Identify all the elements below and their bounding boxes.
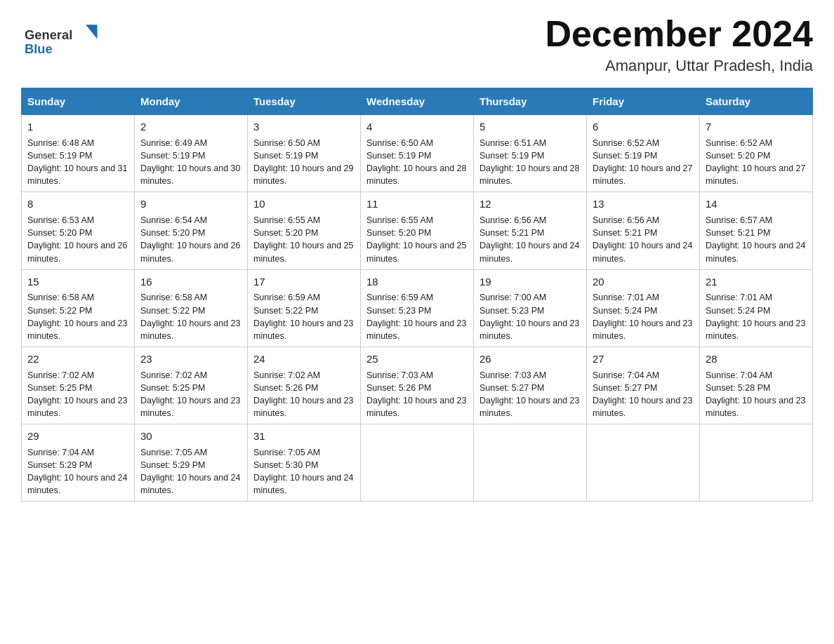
calendar-cell: 14Sunrise: 6:57 AMSunset: 5:21 PMDayligh… [700, 192, 813, 269]
day-number: 4 [366, 119, 468, 135]
day-info: Sunrise: 6:56 AMSunset: 5:21 PMDaylight:… [479, 215, 579, 263]
day-info: Sunrise: 7:01 AMSunset: 5:24 PMDaylight:… [593, 293, 692, 340]
calendar-cell: 26Sunrise: 7:03 AMSunset: 5:27 PMDayligh… [474, 347, 587, 424]
svg-text:Blue: Blue [25, 41, 53, 56]
day-number: 10 [253, 196, 355, 212]
calendar-cell: 4Sunrise: 6:50 AMSunset: 5:19 PMDaylight… [361, 115, 474, 192]
day-number: 13 [593, 196, 694, 212]
calendar-cell: 7Sunrise: 6:52 AMSunset: 5:20 PMDaylight… [700, 115, 813, 192]
week-row-4: 22Sunrise: 7:02 AMSunset: 5:25 PMDayligh… [22, 347, 813, 424]
calendar-cell: 10Sunrise: 6:55 AMSunset: 5:20 PMDayligh… [248, 192, 361, 269]
day-number: 6 [593, 119, 694, 135]
day-info: Sunrise: 7:04 AMSunset: 5:27 PMDaylight:… [593, 370, 692, 418]
header-cell-tuesday: Tuesday [248, 88, 361, 115]
calendar-cell: 11Sunrise: 6:55 AMSunset: 5:20 PMDayligh… [361, 192, 474, 269]
day-info: Sunrise: 6:53 AMSunset: 5:20 PMDaylight:… [27, 215, 127, 263]
day-number: 18 [366, 274, 468, 290]
week-row-5: 29Sunrise: 7:04 AMSunset: 5:29 PMDayligh… [22, 424, 813, 502]
calendar-cell: 8Sunrise: 6:53 AMSunset: 5:20 PMDaylight… [22, 192, 135, 269]
day-info: Sunrise: 7:04 AMSunset: 5:29 PMDaylight:… [27, 448, 127, 495]
day-info: Sunrise: 6:52 AMSunset: 5:19 PMDaylight:… [593, 138, 692, 186]
day-info: Sunrise: 7:03 AMSunset: 5:26 PMDaylight:… [366, 370, 466, 418]
day-info: Sunrise: 6:55 AMSunset: 5:20 PMDaylight:… [366, 215, 466, 263]
day-info: Sunrise: 7:01 AMSunset: 5:24 PMDaylight:… [706, 293, 805, 340]
day-info: Sunrise: 7:04 AMSunset: 5:28 PMDaylight:… [706, 370, 805, 418]
day-number: 20 [593, 274, 694, 290]
calendar-cell: 21Sunrise: 7:01 AMSunset: 5:24 PMDayligh… [700, 269, 813, 347]
day-info: Sunrise: 7:00 AMSunset: 5:23 PMDaylight:… [479, 293, 579, 340]
calendar-cell: 31Sunrise: 7:05 AMSunset: 5:30 PMDayligh… [248, 424, 361, 502]
header-cell-monday: Monday [135, 88, 248, 115]
day-number: 27 [593, 351, 694, 367]
calendar-cell [587, 424, 700, 502]
title-area: December 2024 Amanpur, Uttar Pradesh, In… [545, 14, 813, 75]
calendar-cell: 13Sunrise: 6:56 AMSunset: 5:21 PMDayligh… [587, 192, 700, 269]
calendar-cell: 30Sunrise: 7:05 AMSunset: 5:29 PMDayligh… [135, 424, 248, 502]
calendar-cell: 5Sunrise: 6:51 AMSunset: 5:19 PMDaylight… [474, 115, 587, 192]
calendar-cell: 19Sunrise: 7:00 AMSunset: 5:23 PMDayligh… [474, 269, 587, 347]
day-number: 1 [27, 119, 128, 135]
calendar-cell: 6Sunrise: 6:52 AMSunset: 5:19 PMDaylight… [587, 115, 700, 192]
day-info: Sunrise: 6:58 AMSunset: 5:22 PMDaylight:… [27, 293, 127, 340]
header: General Blue December 2024 Amanpur, Utta… [21, 14, 813, 75]
calendar-cell [700, 424, 813, 502]
svg-marker-1 [86, 25, 98, 39]
calendar-cell: 2Sunrise: 6:49 AMSunset: 5:19 PMDaylight… [135, 115, 248, 192]
day-info: Sunrise: 6:48 AMSunset: 5:19 PMDaylight:… [27, 138, 127, 186]
day-info: Sunrise: 7:05 AMSunset: 5:30 PMDaylight:… [253, 448, 353, 495]
day-info: Sunrise: 7:02 AMSunset: 5:26 PMDaylight:… [253, 370, 353, 418]
day-info: Sunrise: 6:52 AMSunset: 5:20 PMDaylight:… [706, 138, 805, 186]
week-row-2: 8Sunrise: 6:53 AMSunset: 5:20 PMDaylight… [22, 192, 813, 269]
day-number: 29 [27, 429, 128, 444]
day-number: 5 [479, 119, 581, 135]
header-cell-wednesday: Wednesday [361, 88, 474, 115]
day-info: Sunrise: 7:02 AMSunset: 5:25 PMDaylight:… [27, 370, 127, 418]
day-number: 28 [706, 351, 807, 367]
calendar-cell: 9Sunrise: 6:54 AMSunset: 5:20 PMDaylight… [135, 192, 248, 269]
calendar-cell: 25Sunrise: 7:03 AMSunset: 5:26 PMDayligh… [361, 347, 474, 424]
logo: General Blue [21, 20, 105, 58]
header-cell-thursday: Thursday [474, 88, 587, 115]
logo-svg: General Blue [21, 20, 105, 58]
day-info: Sunrise: 6:49 AMSunset: 5:19 PMDaylight:… [140, 138, 240, 186]
day-number: 19 [479, 274, 581, 290]
calendar-cell [361, 424, 474, 502]
calendar-cell: 24Sunrise: 7:02 AMSunset: 5:26 PMDayligh… [248, 347, 361, 424]
day-number: 16 [140, 274, 241, 290]
calendar-cell [474, 424, 587, 502]
day-number: 17 [253, 274, 355, 290]
day-number: 23 [140, 351, 241, 367]
day-number: 2 [140, 119, 241, 135]
day-number: 22 [27, 351, 128, 367]
day-info: Sunrise: 6:54 AMSunset: 5:20 PMDaylight:… [140, 215, 240, 263]
header-cell-sunday: Sunday [22, 88, 135, 115]
calendar-cell: 29Sunrise: 7:04 AMSunset: 5:29 PMDayligh… [22, 424, 135, 502]
day-info: Sunrise: 7:02 AMSunset: 5:25 PMDaylight:… [140, 370, 240, 418]
calendar-cell: 15Sunrise: 6:58 AMSunset: 5:22 PMDayligh… [22, 269, 135, 347]
calendar-cell: 1Sunrise: 6:48 AMSunset: 5:19 PMDaylight… [22, 115, 135, 192]
day-info: Sunrise: 6:57 AMSunset: 5:21 PMDaylight:… [706, 215, 805, 263]
day-number: 24 [253, 351, 355, 367]
calendar-cell: 3Sunrise: 6:50 AMSunset: 5:19 PMDaylight… [248, 115, 361, 192]
month-title: December 2024 [545, 14, 813, 54]
day-info: Sunrise: 7:05 AMSunset: 5:29 PMDaylight:… [140, 448, 240, 495]
day-info: Sunrise: 7:03 AMSunset: 5:27 PMDaylight:… [479, 370, 579, 418]
header-cell-friday: Friday [587, 88, 700, 115]
calendar-cell: 22Sunrise: 7:02 AMSunset: 5:25 PMDayligh… [22, 347, 135, 424]
week-row-3: 15Sunrise: 6:58 AMSunset: 5:22 PMDayligh… [22, 269, 813, 347]
day-number: 30 [140, 429, 241, 444]
day-number: 12 [479, 196, 581, 212]
calendar-table: SundayMondayTuesdayWednesdayThursdayFrid… [21, 88, 813, 502]
day-info: Sunrise: 6:56 AMSunset: 5:21 PMDaylight:… [593, 215, 692, 263]
calendar-cell: 18Sunrise: 6:59 AMSunset: 5:23 PMDayligh… [361, 269, 474, 347]
day-number: 25 [366, 351, 468, 367]
day-number: 8 [27, 196, 128, 212]
header-cell-saturday: Saturday [700, 88, 813, 115]
day-info: Sunrise: 6:59 AMSunset: 5:22 PMDaylight:… [253, 293, 353, 340]
location-title: Amanpur, Uttar Pradesh, India [545, 57, 813, 75]
day-info: Sunrise: 6:51 AMSunset: 5:19 PMDaylight:… [479, 138, 579, 186]
calendar-cell: 28Sunrise: 7:04 AMSunset: 5:28 PMDayligh… [700, 347, 813, 424]
day-info: Sunrise: 6:55 AMSunset: 5:20 PMDaylight:… [253, 215, 353, 263]
day-info: Sunrise: 6:58 AMSunset: 5:22 PMDaylight:… [140, 293, 240, 340]
day-info: Sunrise: 6:50 AMSunset: 5:19 PMDaylight:… [366, 138, 466, 186]
